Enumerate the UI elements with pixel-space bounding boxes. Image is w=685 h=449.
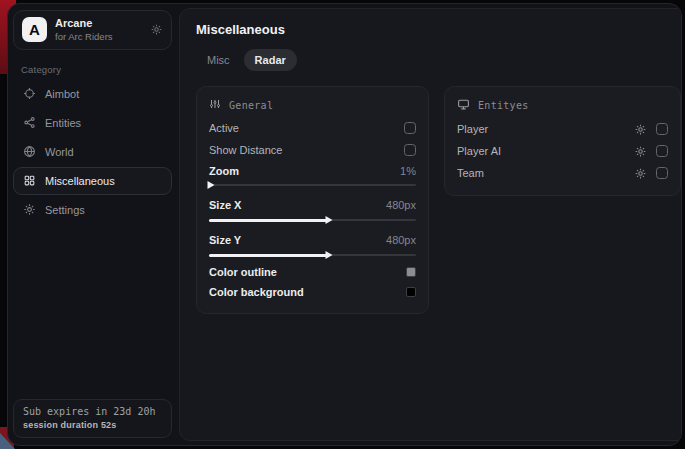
row-team: Team (457, 162, 668, 184)
app-window: A Arcane for Arc Riders Category (7, 3, 682, 446)
gear-icon[interactable] (150, 23, 163, 36)
cards-row: General Active Show Distance Zoom 1% (196, 86, 681, 314)
row-label: Color background (209, 286, 304, 298)
sidebar-nav: Aimbot Entities World (13, 80, 172, 224)
row-label: Zoom (209, 165, 239, 177)
entities-card-title: Entityes (478, 100, 529, 111)
general-card: General Active Show Distance Zoom 1% (196, 86, 429, 314)
sidebar-item-label: Aimbot (45, 88, 79, 100)
sidebar-item-label: Miscellaneous (45, 175, 115, 187)
page-title: Miscellaneous (196, 22, 681, 37)
app-header-card: A Arcane for Arc Riders (13, 10, 172, 50)
row-label: Player AI (457, 145, 501, 157)
row-label: Color outline (209, 266, 277, 278)
sidebar-item-aimbot[interactable]: Aimbot (13, 80, 172, 108)
monitor-icon (457, 98, 470, 113)
category-label: Category (21, 64, 164, 75)
gear-icon[interactable] (634, 145, 647, 158)
row-color-outline: Color outline (209, 262, 416, 282)
team-checkbox[interactable] (656, 167, 668, 179)
row-label: Show Distance (209, 144, 282, 156)
sidebar-item-world[interactable]: World (13, 138, 172, 166)
gear-icon[interactable] (634, 123, 647, 136)
entities-card: Entityes Player P (444, 86, 681, 196)
grid-icon (23, 174, 36, 187)
active-checkbox[interactable] (404, 122, 416, 134)
sidebar: A Arcane for Arc Riders Category (8, 4, 177, 445)
sidebar-item-miscellaneous[interactable]: Miscellaneous (13, 167, 172, 195)
slider-thumb[interactable] (326, 216, 333, 224)
slider-thumb[interactable] (326, 251, 333, 259)
slider-fill (209, 254, 329, 257)
zoom-value: 1% (400, 165, 416, 177)
crosshair-icon (23, 87, 36, 100)
row-player-ai: Player AI (457, 140, 668, 162)
row-label: Active (209, 122, 239, 134)
player-ai-checkbox[interactable] (656, 145, 668, 157)
app-logo: A (22, 17, 47, 42)
tab-misc[interactable]: Misc (196, 49, 241, 71)
row-size-y: Size Y 480px (209, 229, 416, 251)
row-label: Player (457, 123, 488, 135)
slider-track (209, 184, 416, 186)
row-label: Size Y (209, 234, 241, 246)
sidebar-item-label: World (45, 146, 74, 158)
row-zoom: Zoom 1% (209, 161, 416, 181)
slider-thumb[interactable] (208, 181, 215, 189)
slider-fill (209, 219, 329, 222)
row-size-x: Size X 480px (209, 194, 416, 216)
show-distance-checkbox[interactable] (404, 144, 416, 156)
size-x-slider[interactable] (209, 216, 416, 224)
entities-card-header: Entityes (457, 98, 668, 113)
sidebar-item-settings[interactable]: Settings (13, 196, 172, 224)
subscription-card: Sub expires in 23d 20h session duration … (13, 399, 172, 438)
color-outline-swatch[interactable] (406, 267, 416, 277)
row-active: Active (209, 117, 416, 139)
session-duration: session duration 52s (23, 420, 162, 430)
size-y-slider[interactable] (209, 251, 416, 259)
main-panel: Miscellaneous Misc Radar General (179, 8, 682, 441)
sidebar-item-label: Entities (45, 117, 81, 129)
zoom-slider[interactable] (209, 181, 416, 189)
row-player: Player (457, 118, 668, 140)
row-show-distance: Show Distance (209, 139, 416, 161)
player-checkbox[interactable] (656, 123, 668, 135)
app-subtitle: for Arc Riders (55, 31, 113, 43)
subscription-expiry: Sub expires in 23d 20h (23, 406, 162, 417)
tab-bar: Misc Radar (196, 49, 681, 71)
globe-icon (23, 145, 36, 158)
tab-radar[interactable]: Radar (244, 49, 297, 71)
color-background-swatch[interactable] (406, 287, 416, 297)
row-color-background: Color background (209, 282, 416, 302)
sidebar-item-entities[interactable]: Entities (13, 109, 172, 137)
size-y-value: 480px (386, 234, 416, 246)
gear-icon (23, 203, 36, 216)
sliders-icon (209, 98, 221, 112)
size-x-value: 480px (386, 199, 416, 211)
entities-icon (23, 116, 36, 129)
gear-icon[interactable] (634, 167, 647, 180)
app-name: Arcane (55, 17, 113, 31)
general-card-header: General (209, 98, 416, 112)
sidebar-item-label: Settings (45, 204, 85, 216)
row-label: Size X (209, 199, 241, 211)
general-card-title: General (229, 100, 273, 111)
row-label: Team (457, 167, 484, 179)
